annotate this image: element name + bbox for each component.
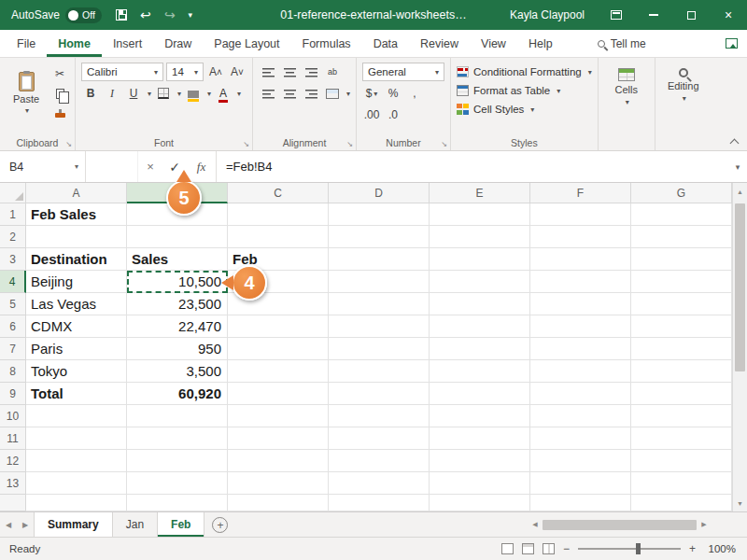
cell-A6[interactable]: CDMX: [26, 315, 127, 338]
cancel-button[interactable]: ×: [138, 151, 162, 182]
row-header-13[interactable]: 13: [0, 472, 26, 495]
cell-F4[interactable]: [530, 271, 631, 293]
format-painter-button[interactable]: [50, 104, 69, 122]
row-header-6[interactable]: 6: [0, 315, 26, 338]
undo-button[interactable]: ↩: [134, 0, 158, 30]
cell-G6[interactable]: [631, 315, 732, 338]
tab-review[interactable]: Review: [409, 30, 470, 57]
tell-me-box[interactable]: Tell me: [588, 30, 655, 57]
cell-F9[interactable]: [530, 383, 631, 405]
scroll-right-icon[interactable]: ▶: [697, 521, 712, 528]
cell-A-partial[interactable]: [26, 495, 127, 511]
zoom-out-button[interactable]: −: [563, 542, 570, 555]
zoom-level[interactable]: 100%: [704, 543, 736, 554]
cell-B4[interactable]: 10,500: [127, 271, 228, 293]
cell-G5[interactable]: [631, 293, 732, 315]
cell-E2[interactable]: [430, 226, 530, 248]
column-header-F[interactable]: F: [530, 183, 631, 203]
column-header-D[interactable]: D: [329, 183, 430, 203]
row-header-4[interactable]: 4: [0, 271, 26, 293]
cell-E1[interactable]: [430, 203, 530, 226]
cell-F1[interactable]: [530, 203, 631, 226]
cell-B9[interactable]: 60,920: [127, 383, 228, 405]
cell-C8[interactable]: [228, 360, 329, 383]
cell-E5[interactable]: [430, 293, 530, 315]
borders-dropdown[interactable]: ▾: [177, 90, 181, 98]
row-header-8[interactable]: 8: [0, 360, 26, 383]
cell-D2[interactable]: [329, 226, 430, 248]
cell-A4[interactable]: Beijing: [26, 271, 127, 293]
cell-D3[interactable]: [329, 248, 430, 271]
cell-styles-button[interactable]: Cell Styles ▾: [457, 100, 592, 119]
cell-C13[interactable]: [228, 472, 329, 495]
cell-B13[interactable]: [127, 472, 228, 495]
cell-C1[interactable]: [228, 203, 329, 226]
editing-button[interactable]: Editing ▾: [661, 63, 706, 103]
comma-style-button[interactable]: ,: [405, 84, 424, 103]
cell-B2[interactable]: [127, 226, 228, 248]
cell-B5[interactable]: 23,500: [127, 293, 228, 315]
autosave-toggle[interactable]: Off: [65, 7, 102, 23]
percent-style-button[interactable]: %: [384, 84, 402, 103]
accounting-format-button[interactable]: $▾: [362, 84, 381, 103]
decrease-decimal-button[interactable]: .0: [384, 105, 402, 124]
autosave-control[interactable]: AutoSave Off: [0, 7, 109, 23]
cell-A7[interactable]: Paris: [26, 338, 127, 360]
cell-G2[interactable]: [631, 226, 732, 248]
cell-F12[interactable]: [530, 450, 631, 472]
cut-button[interactable]: ✂: [50, 64, 69, 83]
vertical-scrollbar[interactable]: ▲ ▼: [732, 183, 747, 511]
row-header-11[interactable]: 11: [0, 427, 26, 450]
column-header-C[interactable]: C: [228, 183, 329, 203]
font-color-dropdown[interactable]: ▾: [237, 90, 241, 98]
cell-E13[interactable]: [430, 472, 530, 495]
cell-A1[interactable]: Feb Sales: [26, 203, 127, 226]
cell-D12[interactable]: [329, 450, 430, 472]
row-header-10[interactable]: 10: [0, 405, 26, 427]
cell-A3[interactable]: Destination: [26, 248, 127, 271]
cell-G10[interactable]: [631, 405, 732, 427]
cell-A2[interactable]: [26, 226, 127, 248]
cell-G13[interactable]: [631, 472, 732, 495]
scroll-down-icon[interactable]: ▼: [733, 495, 747, 511]
cell-E3[interactable]: [430, 248, 530, 271]
restore-button[interactable]: [672, 0, 710, 30]
merge-center-dropdown[interactable]: ▾: [346, 90, 350, 98]
cell-G4[interactable]: [631, 271, 732, 293]
cell-D13[interactable]: [329, 472, 430, 495]
previous-sheet-button[interactable]: ◀: [0, 512, 17, 537]
font-size-select[interactable]: 14 ▾: [166, 63, 204, 81]
cell-E4[interactable]: [430, 271, 530, 293]
cell-F6[interactable]: [530, 315, 631, 338]
cell-D7[interactable]: [329, 338, 430, 360]
sheet-tab-jan[interactable]: Jan: [113, 512, 158, 537]
merge-center-button[interactable]: [323, 84, 342, 103]
tab-view[interactable]: View: [470, 30, 517, 57]
column-header-G[interactable]: G: [631, 183, 732, 203]
scroll-up-icon[interactable]: ▲: [733, 183, 747, 200]
cell-D11[interactable]: [329, 427, 430, 450]
cell-B6[interactable]: 22,470: [127, 315, 228, 338]
cell-B12[interactable]: [127, 450, 228, 472]
row-header-5[interactable]: 5: [0, 293, 26, 315]
cell-F-partial[interactable]: [530, 495, 631, 511]
center-button[interactable]: [280, 84, 299, 103]
cell-G9[interactable]: [631, 383, 732, 405]
cell-E10[interactable]: [430, 405, 530, 427]
underline-dropdown[interactable]: ▾: [148, 90, 151, 98]
cell-E-partial[interactable]: [430, 495, 530, 511]
cell-C12[interactable]: [228, 450, 329, 472]
cell-F13[interactable]: [530, 472, 631, 495]
cell-G8[interactable]: [631, 360, 732, 383]
cell-E7[interactable]: [430, 338, 530, 360]
cell-G12[interactable]: [631, 450, 732, 472]
cell-E8[interactable]: [430, 360, 530, 383]
horizontal-scrollbar[interactable]: ◀ ▶: [528, 512, 747, 537]
column-header-A[interactable]: A: [26, 183, 127, 203]
cell-D5[interactable]: [329, 293, 430, 315]
tab-insert[interactable]: Insert: [102, 30, 153, 57]
cell-E11[interactable]: [430, 427, 530, 450]
align-left-button[interactable]: [259, 84, 277, 103]
font-name-select[interactable]: Calibri ▾: [81, 63, 163, 81]
cell-C2[interactable]: [228, 226, 329, 248]
